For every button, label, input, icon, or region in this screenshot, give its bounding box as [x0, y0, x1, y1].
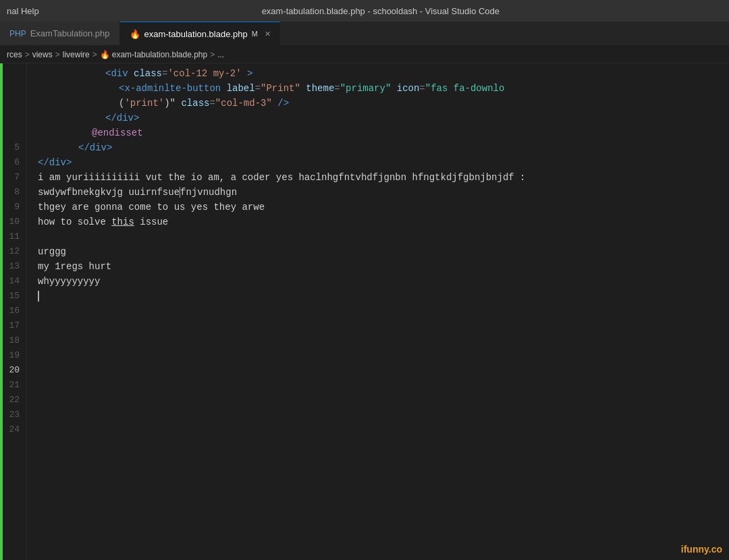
php-icon: PHP — [9, 29, 26, 38]
ln-12: 12 — [3, 244, 20, 259]
ifunny-watermark: ifunny.co — [681, 544, 722, 555]
breadcrumb-rces: rces — [7, 50, 22, 59]
tab-label: ExamTabulation.php — [30, 28, 110, 38]
tab-modified-indicator: M — [252, 30, 258, 38]
line-numbers: 5 6 7 8 9 10 11 12 13 14 15 16 17 18 19 … — [3, 63, 27, 560]
code-line-1: <div class='col-12 my-2' > — [38, 66, 729, 81]
tab-blade-label: exam-tabulation.blade.php — [144, 29, 248, 39]
ln-10: 10 — [3, 215, 20, 229]
code-line-3: ('print')" class="col-md-3" /> — [38, 96, 729, 111]
ln-18: 18 — [3, 333, 20, 348]
breadcrumb-sep-4: > — [210, 50, 215, 59]
breadcrumb-sep-1: > — [25, 50, 30, 59]
ln-9: 9 — [3, 200, 20, 215]
editor-cursor — [38, 291, 39, 302]
menu-items: nal Help — [7, 6, 39, 16]
code-line-16 — [38, 289, 729, 304]
ln-22: 22 — [3, 393, 20, 408]
code-line-6: </div> — [38, 140, 729, 155]
code-line-10: thgey are gonna come to us yes they arwe — [38, 200, 729, 215]
ln-blank3 — [3, 96, 20, 111]
ln-20: 20 — [3, 363, 20, 378]
breadcrumb-blade-icon: 🔥 — [100, 50, 110, 59]
ln-7: 7 — [3, 170, 20, 185]
modified-indicator-bar — [0, 63, 3, 560]
ln-blank5 — [3, 125, 20, 140]
breadcrumb: rces > views > livewire > 🔥 exam-tabulat… — [0, 46, 729, 63]
tab-bar: PHP ExamTabulation.php 🔥 exam-tabulation… — [0, 22, 729, 46]
breadcrumb-views: views — [32, 50, 53, 59]
ln-15: 15 — [3, 289, 20, 304]
ln-19: 19 — [3, 348, 20, 363]
code-line-13: urggg — [38, 244, 729, 259]
blade-icon: 🔥 — [130, 29, 140, 39]
ln-blank1 — [3, 66, 20, 81]
word-this: this — [111, 217, 134, 227]
code-line-9: swdywfbnekgkvjg uuirnfsuefnjvnudhgn — [38, 185, 729, 200]
ln-16: 16 — [3, 304, 20, 318]
ln-17: 17 — [3, 318, 20, 333]
code-line-15: whyyyyyyyyy — [38, 274, 729, 289]
tab-exam-tabulation-php[interactable]: PHP ExamTabulation.php — [0, 22, 120, 45]
code-line-4: </div> — [38, 111, 729, 125]
ln-14: 14 — [3, 274, 20, 289]
breadcrumb-file: exam-tabulation.blade.php — [112, 50, 207, 59]
ln-blank4 — [3, 111, 20, 125]
code-line-5: @endisset — [38, 125, 729, 140]
breadcrumb-sep-2: > — [55, 50, 60, 59]
breadcrumb-ellipsis: ... — [217, 50, 224, 59]
code-line-11: how to solve this issue — [38, 215, 729, 229]
left-indicator — [0, 63, 3, 560]
breadcrumb-livewire: livewire — [63, 50, 90, 59]
code-line-12 — [38, 229, 729, 244]
window-title: exam-tabulation.blade.php - schooldash -… — [39, 6, 722, 16]
breadcrumb-sep-3: > — [92, 50, 97, 59]
ln-23: 23 — [3, 408, 20, 422]
ln-6: 6 — [3, 155, 20, 170]
editor-area: 5 6 7 8 9 10 11 12 13 14 15 16 17 18 19 … — [0, 63, 729, 560]
ln-5: 5 — [3, 140, 20, 155]
ln-11: 11 — [3, 229, 20, 244]
code-line-8: i am yuriiiiiiiiii vut the io am, a code… — [38, 170, 729, 185]
code-editor[interactable]: <div class='col-12 my-2' > <x-adminlte-b… — [27, 63, 729, 560]
ln-blank2 — [3, 81, 20, 96]
ln-21: 21 — [3, 378, 20, 393]
code-line-2: <x-adminlte-button label="Print" theme="… — [38, 81, 729, 96]
ln-13: 13 — [3, 259, 20, 274]
tab-blade-php[interactable]: 🔥 exam-tabulation.blade.php M ✕ — [120, 22, 280, 45]
title-bar: nal Help exam-tabulation.blade.php - sch… — [0, 0, 729, 22]
tab-close-button[interactable]: ✕ — [265, 30, 271, 38]
code-line-7: </div> — [38, 155, 729, 170]
code-line-14: my 1regs hurt — [38, 259, 729, 274]
ln-8: 8 — [3, 185, 20, 200]
ln-24: 24 — [3, 422, 20, 437]
